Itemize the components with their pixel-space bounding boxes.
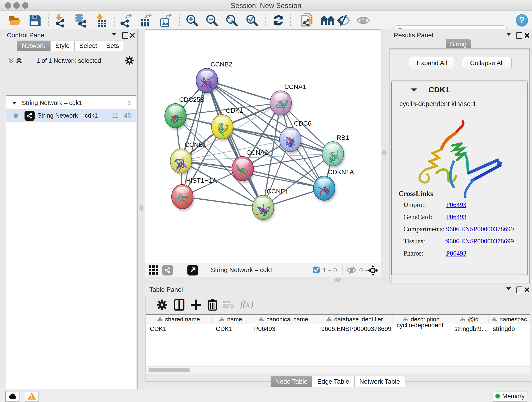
birdseye-view-icon[interactable]: [187, 265, 198, 275]
network-node-label: CDC25B: [179, 96, 204, 103]
results-scrollbar-track[interactable]: [391, 276, 528, 284]
collection-expander-icon[interactable]: [12, 102, 17, 104]
tab-edge-table[interactable]: Edge Table: [312, 376, 355, 387]
float-panel-icon[interactable]: [516, 287, 522, 293]
export-image-icon[interactable]: [158, 13, 172, 27]
results-panel-title: Results Panel: [394, 32, 433, 39]
network-canvas[interactable]: CCNB2CCNA1CDC25BCDK1CDC6RB1CCNB1CCNA2CDK…: [145, 31, 381, 263]
table-hscrollbar[interactable]: [146, 366, 530, 374]
column-type-icon: [157, 317, 162, 322]
tab-style[interactable]: Style: [51, 41, 75, 51]
table-cell[interactable]: CDK1: [146, 324, 212, 334]
memory-status-dot: [495, 394, 500, 399]
crosslink-link[interactable]: P06493: [446, 201, 467, 209]
network-selection-status: 1 of 1 Network selected: [27, 57, 110, 64]
splitter-grip[interactable]: [139, 205, 143, 211]
close-panel-icon[interactable]: [524, 32, 530, 38]
selected-checkbox-icon[interactable]: [312, 266, 320, 274]
table-cell[interactable]: stringdb: [489, 324, 530, 334]
table-settings-gear-icon[interactable]: [157, 300, 167, 311]
open-session-icon[interactable]: [8, 13, 22, 27]
crosslink-label: Pharos:: [404, 249, 423, 257]
network-options-gear-icon[interactable]: [125, 56, 134, 66]
collapse-all-button[interactable]: Collapse All: [462, 57, 512, 69]
memory-button[interactable]: Memory: [493, 391, 527, 402]
tab-select[interactable]: Select: [75, 41, 102, 51]
delete-column-trash-icon[interactable]: [207, 299, 218, 312]
network-node-count: 11: [112, 112, 119, 119]
vertical-splitter-right[interactable]: [381, 29, 387, 284]
splitter-grip[interactable]: [335, 278, 341, 282]
toolbar-separator: [179, 13, 180, 27]
panel-menu-icon[interactable]: [506, 33, 511, 36]
export-network-icon[interactable]: [119, 13, 133, 27]
protein-name: CDK1: [428, 85, 450, 94]
string-view-icon[interactable]: [162, 265, 173, 275]
hide-selected-icon[interactable]: [336, 13, 350, 27]
column-header[interactable]: database identifier: [317, 315, 393, 324]
show-columns-icon[interactable]: [174, 299, 185, 312]
save-session-icon[interactable]: [28, 13, 42, 27]
zoom-fit-icon[interactable]: [225, 13, 239, 27]
help-icon[interactable]: ?: [515, 13, 529, 27]
column-type-icon: [326, 317, 331, 322]
float-panel-icon[interactable]: [516, 32, 522, 39]
network-row[interactable]: String Network – cdk1 11 48: [6, 109, 136, 122]
column-header[interactable]: canonical name: [250, 315, 317, 324]
cloud-button[interactable]: [5, 391, 19, 402]
zoom-out-icon[interactable]: [205, 13, 219, 27]
tab-node-table[interactable]: Node Table: [271, 376, 312, 387]
column-header[interactable]: shared name: [146, 315, 212, 324]
network-collection-row[interactable]: String Network – cdk1 1: [6, 97, 136, 109]
splitter-grip[interactable]: [382, 150, 386, 155]
refresh-icon[interactable]: [272, 13, 285, 27]
toolbar-separator: [379, 265, 379, 275]
panel-menu-icon[interactable]: [506, 287, 511, 290]
column-header[interactable]: @id: [450, 315, 489, 324]
network-node-label: CCNE1: [267, 188, 288, 195]
table-cell[interactable]: CDK1: [212, 324, 250, 334]
import-network-file-icon[interactable]: [300, 13, 314, 27]
table-hscrollbar-thumb[interactable]: [148, 368, 190, 372]
zoom-selected-icon[interactable]: [245, 13, 259, 27]
collapse-all-icon[interactable]: [8, 57, 14, 65]
close-panel-icon[interactable]: [524, 287, 530, 293]
column-header[interactable]: namespac: [489, 315, 530, 324]
status-bar: Memory: [0, 389, 532, 402]
import-network-from-database-icon[interactable]: [73, 13, 87, 27]
tab-network[interactable]: Network: [17, 41, 51, 51]
expand-collapse-box: Expand All Collapse All: [391, 50, 528, 81]
pan-crosshair-icon[interactable]: [367, 265, 378, 277]
float-panel-icon[interactable]: [122, 32, 128, 39]
network-graph[interactable]: CCNB2CCNA1CDC25BCDK1CDC6RB1CCNB1CCNA2CDK…: [145, 31, 381, 263]
crosslink-link[interactable]: 9606.ENSP00000378699: [446, 225, 514, 233]
network-node-label: CCNB1: [185, 141, 206, 148]
crosslink-label: Compartments:: [404, 225, 444, 233]
crosslink-link[interactable]: 9606.ENSP00000378699: [446, 237, 514, 245]
show-graphics-details-icon[interactable]: [356, 13, 370, 27]
warning-button[interactable]: [25, 391, 39, 402]
grid-view-icon[interactable]: [149, 265, 158, 276]
show-all-networks-icon[interactable]: [321, 13, 335, 27]
zoom-in-icon[interactable]: [185, 13, 199, 27]
add-column-icon[interactable]: [191, 299, 202, 312]
tab-sets[interactable]: Sets: [102, 41, 123, 51]
expand-all-button[interactable]: Expand All: [409, 57, 455, 69]
column-header[interactable]: name: [212, 315, 250, 324]
table-cell[interactable]: cyclin-dependent ...: [393, 324, 450, 334]
panel-menu-icon[interactable]: [112, 33, 116, 36]
tab-network-table[interactable]: Network Table: [355, 376, 405, 387]
close-panel-icon[interactable]: [130, 32, 135, 38]
protein-expander-icon[interactable]: [411, 89, 417, 92]
export-table-icon[interactable]: [139, 13, 152, 27]
table-panel-title: Table Panel: [149, 286, 183, 293]
table-cell[interactable]: stringdb:9...: [450, 324, 489, 334]
table-cell[interactable]: 9606.ENSP00000378699: [317, 324, 393, 334]
table-cell[interactable]: P06493: [250, 324, 317, 334]
crosslink-link[interactable]: P06493: [446, 213, 467, 221]
import-table-from-file-icon[interactable]: [94, 13, 108, 27]
expand-all-icon[interactable]: [16, 57, 22, 65]
crosslink-link[interactable]: P06493: [446, 249, 467, 257]
import-network-from-file-icon[interactable]: [53, 13, 66, 27]
node-table[interactable]: shared namenamecanonical namedatabase id…: [146, 314, 530, 367]
